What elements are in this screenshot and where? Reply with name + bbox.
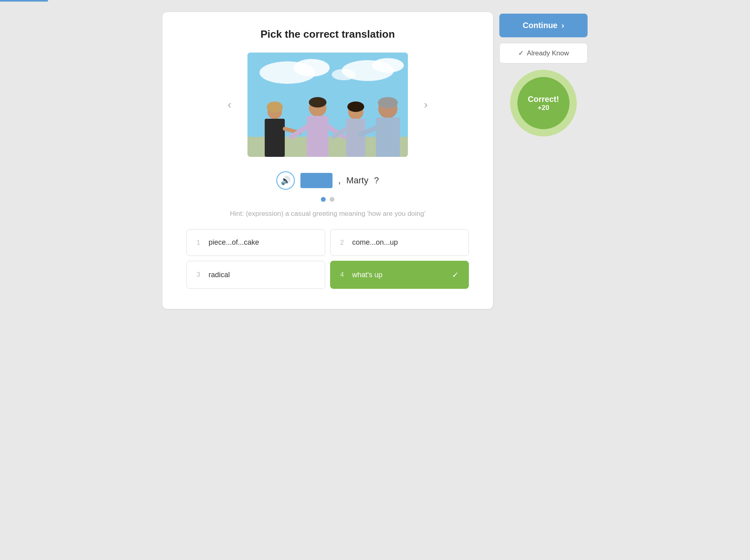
- phrase-name: Marty: [346, 175, 368, 186]
- svg-point-21: [378, 97, 398, 108]
- answer-3[interactable]: 3 radical: [186, 261, 325, 289]
- answer-2[interactable]: 2 come...on...up: [330, 229, 469, 256]
- answer-1-number: 1: [197, 239, 203, 247]
- svg-rect-22: [376, 118, 400, 157]
- answer-3-number: 3: [197, 271, 203, 279]
- continue-label: Continue: [523, 21, 557, 30]
- already-know-button[interactable]: ✓ Already Know: [499, 43, 588, 63]
- already-know-check-icon: ✓: [518, 49, 524, 57]
- svg-point-8: [267, 101, 283, 113]
- progress-bar: [0, 0, 48, 2]
- audio-icon: 🔊: [281, 176, 291, 185]
- sidebar: Continue › ✓ Already Know Correct! +20: [499, 12, 588, 309]
- svg-point-17: [347, 101, 364, 112]
- main-card: Pick the correct translation ‹: [162, 12, 493, 309]
- dot-2: [330, 197, 334, 202]
- phrase-row: 🔊 , Marty ?: [276, 171, 379, 190]
- dot-1: [321, 197, 326, 202]
- phrase-question: ?: [374, 175, 379, 186]
- dots-row: [321, 197, 334, 202]
- answer-2-number: 2: [340, 239, 347, 247]
- answer-2-text: come...on...up: [352, 238, 398, 247]
- continue-button[interactable]: Continue ›: [499, 14, 588, 37]
- already-know-label: Already Know: [527, 49, 569, 57]
- scene-image: [247, 53, 408, 157]
- answer-1[interactable]: 1 piece...of...cake: [186, 229, 325, 256]
- svg-point-4: [372, 58, 404, 73]
- page-title: Pick the correct translation: [186, 28, 469, 41]
- svg-rect-13: [307, 116, 328, 157]
- continue-arrow-icon: ›: [561, 21, 564, 30]
- correct-checkmark-icon: ✓: [452, 270, 459, 280]
- answer-3-text: radical: [209, 271, 230, 279]
- phrase-section: 🔊 , Marty ?: [186, 171, 469, 202]
- scene-svg: [247, 53, 408, 157]
- answer-1-text: piece...of...cake: [209, 238, 259, 247]
- audio-button[interactable]: 🔊: [276, 171, 295, 190]
- correct-badge: Correct! +20: [517, 77, 570, 129]
- svg-point-12: [309, 97, 326, 108]
- answer-4[interactable]: 4 what's up ✓: [330, 261, 469, 289]
- svg-rect-9: [265, 119, 285, 157]
- answers-grid: 1 piece...of...cake 2 come...on...up 3 r…: [186, 229, 469, 289]
- image-section: ‹: [186, 53, 469, 157]
- svg-rect-18: [346, 119, 365, 157]
- correct-label: Correct!: [528, 95, 559, 104]
- svg-point-2: [294, 59, 330, 77]
- next-arrow-button[interactable]: ›: [420, 95, 432, 114]
- svg-point-5: [332, 69, 356, 80]
- phrase-comma: ,: [338, 175, 341, 186]
- answer-4-text: what's up: [352, 271, 382, 279]
- prev-arrow-button[interactable]: ‹: [224, 95, 235, 114]
- hint-text: Hint: (expression) a casual greeting mea…: [186, 210, 469, 218]
- answer-4-number: 4: [340, 271, 347, 279]
- score-label: +20: [538, 104, 549, 112]
- blank-word: [300, 173, 332, 188]
